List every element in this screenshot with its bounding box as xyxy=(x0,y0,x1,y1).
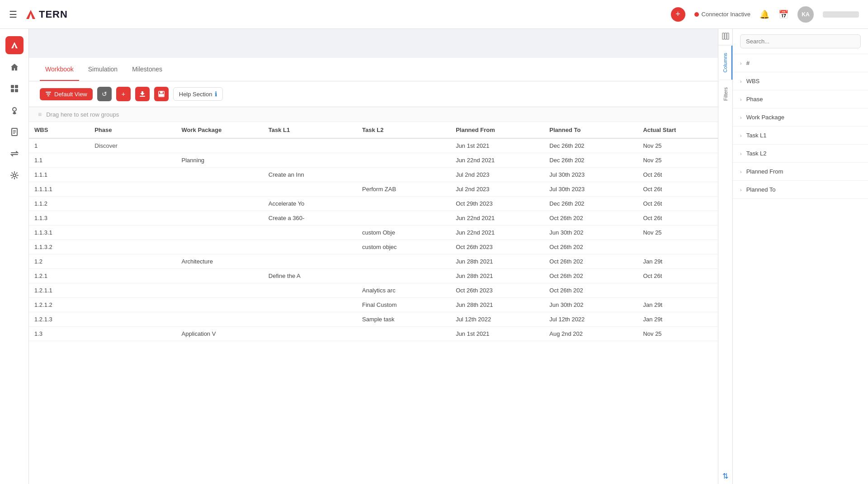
cell-task_l1[interactable]: Accelerate Yo xyxy=(263,197,357,211)
cell-work_package[interactable] xyxy=(176,226,263,240)
cell-planned_to[interactable]: Dec 26th 202 xyxy=(544,197,637,211)
column-item-task_l2[interactable]: ›Task L2 xyxy=(733,145,868,163)
sidebar-item-transfer[interactable] xyxy=(5,145,24,163)
cell-planned_to[interactable]: Aug 2nd 202 xyxy=(544,327,637,341)
cell-planned_to[interactable]: Jun 30th 202 xyxy=(544,298,637,312)
cell-phase[interactable] xyxy=(89,240,176,254)
cell-task_l1[interactable]: Create an Inn xyxy=(263,168,357,182)
cell-actual_start[interactable]: Nov 25 xyxy=(637,327,718,341)
filters-tab[interactable]: Filters xyxy=(719,107,732,108)
cell-wbs[interactable]: 1.2.1.2 xyxy=(29,298,89,312)
cell-task_l2[interactable] xyxy=(357,269,450,283)
cell-wbs[interactable]: 1.1.1.1 xyxy=(29,182,89,197)
cell-task_l1[interactable]: Create a 360- xyxy=(263,211,357,226)
cell-planned_to[interactable]: Dec 26th 202 xyxy=(544,153,637,168)
cell-task_l2[interactable] xyxy=(357,254,450,269)
cell-actual_start[interactable]: Jan 29t xyxy=(637,298,718,312)
sidebar-item-location[interactable] xyxy=(5,101,24,119)
table-wrap[interactable]: WBS Phase Work Package Task L1 Task L2 P… xyxy=(29,122,718,484)
cell-task_l1[interactable]: Define the A xyxy=(263,269,357,283)
cell-planned_from[interactable]: Jun 28th 2021 xyxy=(450,254,544,269)
cell-task_l1[interactable] xyxy=(263,327,357,341)
cell-planned_from[interactable]: Oct 26th 2023 xyxy=(450,240,544,254)
cell-task_l1[interactable] xyxy=(263,283,357,298)
cell-planned_from[interactable]: Jul 2nd 2023 xyxy=(450,182,544,197)
cell-task_l2[interactable] xyxy=(357,211,450,226)
cell-actual_start[interactable]: Oct 26t xyxy=(637,269,718,283)
cell-work_package[interactable] xyxy=(176,269,263,283)
cell-task_l2[interactable]: Final Custom xyxy=(357,298,450,312)
sidebar-item-document[interactable] xyxy=(5,123,24,141)
column-item-planned_from[interactable]: ›Planned From xyxy=(733,163,868,181)
cell-task_l1[interactable] xyxy=(263,240,357,254)
cell-wbs[interactable]: 1.2.1.1 xyxy=(29,283,89,298)
sidebar-item-home[interactable] xyxy=(5,58,24,76)
cell-work_package[interactable] xyxy=(176,211,263,226)
cell-task_l2[interactable] xyxy=(357,197,450,211)
hamburger-icon[interactable]: ☰ xyxy=(9,9,17,20)
column-item-planned_to[interactable]: ›Planned To xyxy=(733,181,868,199)
cell-phase[interactable] xyxy=(89,298,176,312)
cell-planned_from[interactable]: Jun 22nd 2021 xyxy=(450,153,544,168)
cell-wbs[interactable]: 1.1.3.2 xyxy=(29,240,89,254)
cell-task_l1[interactable] xyxy=(263,182,357,197)
cell-work_package[interactable] xyxy=(176,298,263,312)
cell-actual_start[interactable]: Jan 29t xyxy=(637,254,718,269)
cell-work_package[interactable]: Architecture xyxy=(176,254,263,269)
cell-task_l2[interactable]: custom Obje xyxy=(357,226,450,240)
cell-actual_start[interactable]: Oct 26t xyxy=(637,168,718,182)
cell-planned_to[interactable]: Jul 12th 2022 xyxy=(544,312,637,327)
cell-actual_start[interactable]: Nov 25 xyxy=(637,226,718,240)
cell-planned_from[interactable]: Jun 28th 2021 xyxy=(450,269,544,283)
cell-planned_from[interactable]: Jun 22nd 2021 xyxy=(450,226,544,240)
cell-actual_start[interactable]: Nov 25 xyxy=(637,138,718,153)
cell-wbs[interactable]: 1 xyxy=(29,138,89,153)
add-row-button[interactable]: + xyxy=(116,87,131,101)
cell-planned_to[interactable]: Jun 30th 202 xyxy=(544,226,637,240)
cell-task_l1[interactable] xyxy=(263,298,357,312)
cell-planned_from[interactable]: Jun 1st 2021 xyxy=(450,327,544,341)
cell-phase[interactable] xyxy=(89,168,176,182)
cell-actual_start[interactable]: Oct 26t xyxy=(637,182,718,197)
cell-work_package[interactable]: Planning xyxy=(176,153,263,168)
sidebar-item-grid[interactable] xyxy=(5,80,24,98)
cell-task_l1[interactable] xyxy=(263,153,357,168)
cell-work_package[interactable] xyxy=(176,182,263,197)
cell-wbs[interactable]: 1.1.2 xyxy=(29,197,89,211)
cell-actual_start[interactable]: Oct 26t xyxy=(637,211,718,226)
cell-phase[interactable] xyxy=(89,283,176,298)
cell-work_package[interactable] xyxy=(176,138,263,153)
download-button[interactable] xyxy=(135,87,150,101)
cell-phase[interactable] xyxy=(89,182,176,197)
cell-actual_start[interactable]: Nov 25 xyxy=(637,153,718,168)
cell-planned_to[interactable]: Oct 26th 202 xyxy=(544,240,637,254)
help-section-button[interactable]: Help Section ℹ xyxy=(173,87,223,101)
add-button[interactable]: + xyxy=(671,7,685,22)
cell-task_l2[interactable] xyxy=(357,168,450,182)
cell-work_package[interactable] xyxy=(176,197,263,211)
cell-planned_from[interactable]: Jun 1st 2021 xyxy=(450,138,544,153)
cell-work_package[interactable] xyxy=(176,312,263,327)
cell-phase[interactable] xyxy=(89,226,176,240)
column-item-work_package[interactable]: ›Work Package xyxy=(733,108,868,127)
cell-task_l2[interactable] xyxy=(357,153,450,168)
sidebar-item-settings[interactable] xyxy=(5,166,24,184)
cell-wbs[interactable]: 1.2.1.3 xyxy=(29,312,89,327)
column-item-task_l1[interactable]: ›Task L1 xyxy=(733,127,868,145)
cell-task_l2[interactable]: Analytics arc xyxy=(357,283,450,298)
cell-work_package[interactable] xyxy=(176,283,263,298)
cell-phase[interactable] xyxy=(89,211,176,226)
cell-planned_to[interactable]: Jul 30th 2023 xyxy=(544,168,637,182)
bell-icon[interactable]: 🔔 xyxy=(760,9,769,19)
tab-workbook[interactable]: Workbook xyxy=(40,58,79,81)
save-button[interactable] xyxy=(154,87,169,101)
cell-wbs[interactable]: 1.1 xyxy=(29,153,89,168)
cell-task_l2[interactable]: custom objec xyxy=(357,240,450,254)
cell-wbs[interactable]: 1.1.1 xyxy=(29,168,89,182)
cell-phase[interactable] xyxy=(89,312,176,327)
cell-task_l2[interactable] xyxy=(357,138,450,153)
cell-task_l1[interactable] xyxy=(263,312,357,327)
cell-actual_start[interactable] xyxy=(637,283,718,298)
cell-planned_from[interactable]: Jul 2nd 2023 xyxy=(450,168,544,182)
cell-task_l2[interactable]: Sample task xyxy=(357,312,450,327)
